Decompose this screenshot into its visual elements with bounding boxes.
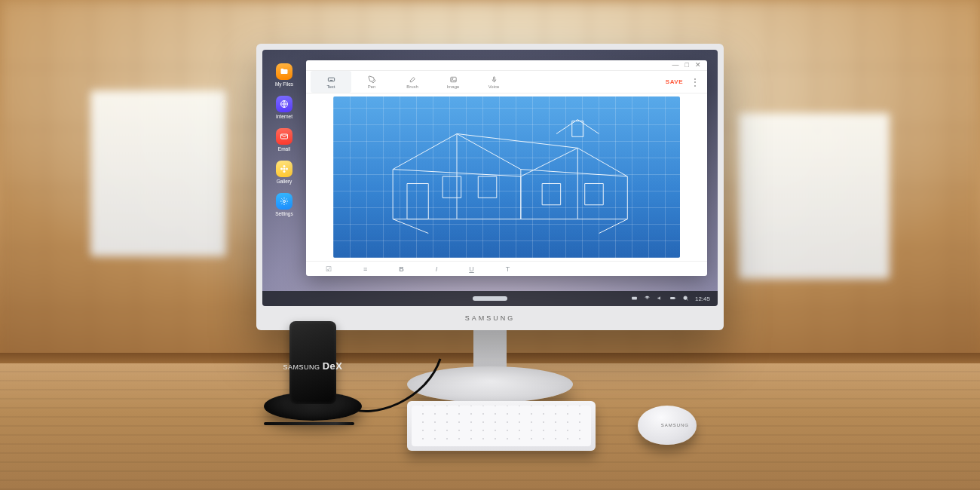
tool-pen[interactable]: Pen: [351, 71, 392, 93]
docked-phone: SAMSUNG DeX: [289, 321, 336, 404]
dex-brand-big: DeX: [323, 360, 343, 372]
tray-clock[interactable]: 12:45: [695, 296, 710, 302]
scene-photo: My Files Internet Email: [0, 0, 980, 490]
svg-rect-15: [542, 183, 561, 204]
monitor-screen: My Files Internet Email: [262, 50, 718, 306]
monitor: My Files Internet Email: [256, 44, 724, 330]
svg-rect-12: [407, 183, 428, 219]
more-button[interactable]: ⋮: [688, 77, 703, 87]
launcher-internet[interactable]: Internet: [271, 96, 297, 119]
svg-point-5: [280, 168, 283, 170]
list-button[interactable]: ≡: [363, 265, 367, 273]
launcher-my-files[interactable]: My Files: [271, 63, 297, 87]
launcher-email[interactable]: Email: [271, 128, 297, 152]
note-canvas[interactable]: [333, 96, 680, 258]
tray-battery-icon[interactable]: [669, 295, 676, 303]
svg-rect-11: [493, 76, 495, 80]
pen-icon: [368, 75, 376, 84]
launcher-gallery[interactable]: Gallery: [271, 161, 297, 184]
brush-icon: [409, 75, 417, 84]
dex-brand-label: SAMSUNG DeX: [283, 360, 343, 372]
keyboard: [407, 401, 596, 451]
taskbar-handle[interactable]: [473, 296, 507, 301]
launcher-label: Email: [278, 146, 290, 152]
desktop-launcher: My Files Internet Email: [271, 63, 297, 216]
house-wireframe-drawing: [364, 96, 648, 247]
tool-label: Image: [447, 84, 460, 89]
svg-rect-24: [675, 297, 675, 299]
close-button[interactable]: ✕: [695, 62, 701, 69]
svg-point-4: [283, 170, 286, 173]
launcher-label: Settings: [275, 211, 293, 216]
mic-icon: [490, 75, 498, 84]
tool-label: Text: [326, 84, 335, 89]
svg-rect-23: [670, 297, 675, 299]
tray-wifi-icon[interactable]: [644, 295, 651, 303]
background-window-left: [90, 90, 226, 256]
dex-dock: SAMSUNG DeX: [264, 330, 362, 421]
launcher-label: My Files: [275, 81, 293, 87]
svg-point-7: [283, 201, 286, 203]
launcher-label: Gallery: [277, 179, 292, 184]
textcolor-button[interactable]: T: [506, 265, 510, 273]
taskbar: 12:45: [262, 291, 718, 306]
maximize-button[interactable]: □: [685, 62, 689, 69]
keyboard-keys: [412, 406, 591, 446]
window-titlebar: — □ ✕: [306, 60, 707, 71]
notes-toolbar: Text Pen Brush Image: [306, 71, 707, 93]
tool-brush[interactable]: Brush: [392, 71, 433, 93]
notes-app-window: — □ ✕ Text Pen Brush: [306, 60, 707, 276]
system-tray: 12:45: [631, 295, 718, 303]
flower-icon: [276, 161, 292, 177]
svg-rect-16: [585, 183, 604, 204]
svg-rect-22: [632, 296, 637, 299]
background-window-right: [739, 113, 890, 279]
tool-label: Pen: [368, 84, 376, 89]
svg-point-25: [684, 296, 688, 299]
svg-line-19: [599, 219, 628, 234]
svg-rect-17: [572, 121, 583, 137]
bold-button[interactable]: B: [399, 265, 404, 273]
tool-voice[interactable]: Voice: [473, 71, 514, 93]
svg-rect-13: [443, 176, 461, 198]
save-button[interactable]: SAVE: [661, 78, 688, 85]
format-bar: ☑ ≡ B I U T: [306, 261, 707, 276]
gear-icon: [276, 193, 292, 210]
checklist-button[interactable]: ☑: [326, 265, 332, 273]
svg-rect-8: [328, 78, 334, 81]
tool-label: Brush: [406, 84, 418, 89]
launcher-settings[interactable]: Settings: [271, 193, 297, 216]
tray-volume-icon[interactable]: [657, 295, 663, 303]
mail-icon: [276, 128, 292, 145]
mouse-brand-label: SAMSUNG: [661, 423, 689, 427]
tool-label: Voice: [488, 84, 500, 89]
launcher-label: Internet: [276, 114, 292, 119]
svg-point-6: [286, 168, 288, 170]
svg-rect-9: [450, 77, 455, 81]
svg-line-18: [393, 219, 428, 234]
tray-keyboard-icon[interactable]: [631, 295, 638, 303]
image-icon: [449, 75, 458, 84]
svg-point-2: [283, 168, 286, 170]
tray-search-icon[interactable]: [682, 295, 689, 303]
tool-text[interactable]: Text: [311, 71, 351, 93]
tool-image[interactable]: Image: [433, 71, 473, 93]
italic-button[interactable]: I: [436, 265, 438, 273]
svg-point-3: [283, 165, 286, 167]
dex-brand-small: SAMSUNG: [283, 363, 320, 371]
svg-rect-14: [478, 176, 497, 198]
globe-icon: [276, 96, 292, 112]
folder-icon: [276, 63, 292, 80]
underline-button[interactable]: U: [469, 265, 474, 273]
s-pen-stylus: [264, 422, 354, 425]
monitor-stand-base: [407, 366, 573, 403]
mouse: SAMSUNG: [638, 406, 697, 445]
keyboard-icon: [327, 75, 335, 84]
minimize-button[interactable]: —: [672, 62, 679, 69]
